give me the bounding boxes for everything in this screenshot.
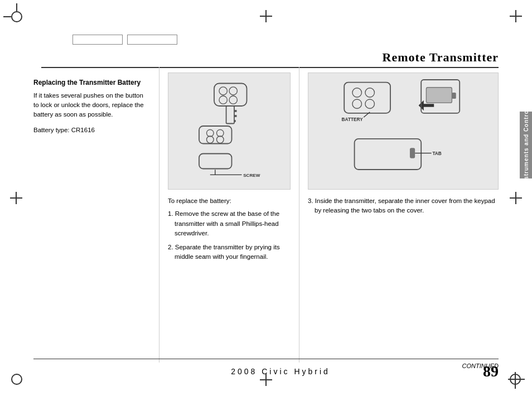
svg-rect-5 [226,106,234,124]
divider-right [299,67,299,363]
chapter-tab-label: Instruments and Controls [523,104,529,186]
top-tabs [72,35,177,45]
svg-rect-6 [234,110,237,112]
left-column: Replacing the Transmitter Battery If it … [33,67,156,363]
center-column: SCREW To replace the battery: 1. Remove … [162,67,296,363]
battery-type: Battery type: CR1616 [33,125,148,135]
step-1-text: 1. Remove the screw at the base of the t… [168,210,279,236]
corner-mark-tr [510,10,522,22]
svg-point-19 [352,88,362,98]
chapter-tab: Instruments and Controls [520,112,532,178]
svg-rect-7 [234,115,237,117]
tab-1[interactable] [72,35,123,45]
svg-rect-28 [452,93,456,99]
intro-text: To replace the battery: [168,196,291,206]
svg-text:SCREW: SCREW [243,173,260,178]
section-body: If it takes several pushes on the button… [33,91,148,120]
top-center-cross [260,10,272,22]
corner-mark-bl [11,374,22,385]
center-instructions: To replace the battery: 1. Remove the sc… [168,196,291,267]
svg-point-21 [352,99,362,109]
divider-left [159,67,159,363]
left-mid-cross [10,192,22,204]
svg-point-2 [229,87,237,95]
battery-illustration: BATTERY [308,73,499,190]
svg-rect-9 [199,126,232,144]
page-title-area: Remote Transmitter [41,50,499,68]
footer-model: 2008 Civic Hybrid [231,367,330,376]
svg-rect-27 [426,88,452,103]
step-3: 3. Inside the transmitter, separate the … [308,196,499,216]
step-2-text: 2. Separate the transmitter by prying it… [168,244,280,260]
right-mid-cross [510,192,522,204]
svg-point-3 [219,96,227,104]
key-diagram-svg: SCREW [179,75,279,187]
svg-rect-18 [344,83,390,113]
corner-mark-br [510,374,521,385]
step-2: 2. Separate the transmitter by prying it… [168,243,291,262]
right-instructions: 3. Inside the transmitter, separate the … [308,196,499,220]
tab-2[interactable] [127,35,177,45]
bottom-center-cross [260,374,272,386]
svg-text:BATTERY: BATTERY [342,117,364,122]
right-column: BATTERY [302,67,499,363]
step-3-text: 3. Inside the transmitter, separate the … [308,197,495,214]
svg-point-1 [219,87,227,95]
svg-point-4 [229,96,237,104]
svg-rect-8 [234,120,236,122]
svg-text:TAB: TAB [432,151,441,156]
battery-diagram-svg: BATTERY [339,75,467,187]
svg-point-12 [207,136,214,143]
key-illustration: SCREW [168,73,291,190]
main-content: Replacing the Transmitter Battery If it … [33,67,499,363]
corner-mark-tl [11,11,22,22]
svg-point-10 [207,129,214,137]
svg-rect-14 [199,154,232,169]
page-title: Remote Transmitter [383,50,499,64]
svg-point-20 [365,88,375,98]
section-title: Replacing the Transmitter Battery [33,78,148,88]
svg-point-11 [217,129,224,137]
svg-rect-30 [410,148,415,158]
svg-point-13 [217,136,224,143]
step-1: 1. Remove the screw at the base of the t… [168,209,291,238]
svg-point-22 [365,99,375,109]
footer-page-number: 89 [483,363,499,380]
